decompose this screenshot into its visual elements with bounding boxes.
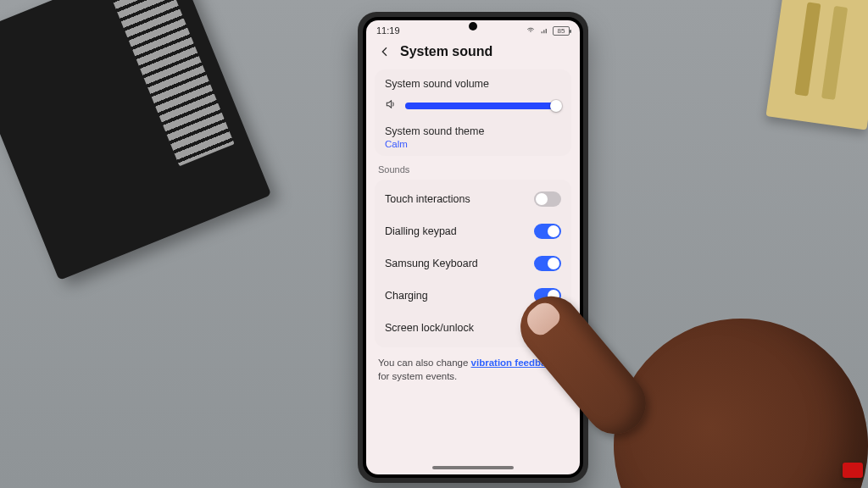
status-time: 11:19 xyxy=(376,25,400,36)
wooden-prop xyxy=(765,0,868,130)
toggle-switch[interactable] xyxy=(534,191,561,207)
row-label: Charging xyxy=(385,290,428,302)
row-label: Screen lock/unlock xyxy=(385,322,474,334)
theme-value: Calm xyxy=(385,139,561,149)
volume-slider-row xyxy=(385,98,561,114)
toggle-switch[interactable] xyxy=(534,288,561,303)
status-right-cluster: 85 xyxy=(526,26,570,36)
speaker-icon xyxy=(385,98,397,114)
toggle-switch[interactable] xyxy=(534,224,561,239)
slider-fill xyxy=(405,103,556,109)
phone-bezel: 11:19 85 System sound Syste xyxy=(363,17,583,478)
front-camera-hole xyxy=(469,22,477,30)
toggle-switch[interactable] xyxy=(534,256,561,271)
toggle-list: Touch interactions Dialling keypad Samsu… xyxy=(375,180,571,347)
toggle-row-dialling-keypad[interactable]: Dialling keypad xyxy=(375,215,571,247)
wifi-icon xyxy=(526,26,536,35)
page-title: System sound xyxy=(400,44,492,59)
footer-note: You can also change vibration feedback f… xyxy=(378,356,568,383)
phone-screen: 11:19 85 System sound Syste xyxy=(366,20,580,474)
toggle-row-charging[interactable]: Charging xyxy=(375,280,571,312)
battery-icon: 85 xyxy=(553,26,570,36)
toggle-row-samsung-keyboard[interactable]: Samsung Keyboard xyxy=(375,247,571,280)
theme-label: System sound theme xyxy=(385,125,561,137)
section-label-sounds: Sounds xyxy=(378,164,568,175)
toggle-row-screen-lock[interactable]: Screen lock/unlock xyxy=(375,312,571,344)
phone-device: 11:19 85 System sound Syste xyxy=(358,12,588,483)
row-label: Touch interactions xyxy=(385,193,470,205)
theme-row[interactable]: System sound theme Calm xyxy=(385,125,561,149)
row-label: Samsung Keyboard xyxy=(385,258,478,269)
home-handle[interactable] xyxy=(432,466,514,469)
toggle-row-touch-interactions[interactable]: Touch interactions xyxy=(375,183,571,215)
footer-pre: You can also change xyxy=(378,358,471,368)
volume-slider[interactable] xyxy=(405,98,561,114)
vibration-feedback-link[interactable]: vibration feedback xyxy=(471,358,558,368)
footer-post: for system events. xyxy=(378,371,457,381)
volume-label: System sound volume xyxy=(385,78,561,90)
toggle-switch[interactable] xyxy=(534,320,561,336)
slider-thumb[interactable] xyxy=(550,100,562,112)
row-label: Dialling keypad xyxy=(385,225,457,237)
back-button[interactable] xyxy=(378,45,392,58)
header: System sound xyxy=(366,37,580,68)
watermark xyxy=(843,463,863,478)
signal-icon xyxy=(539,26,549,35)
volume-panel: System sound volume System sound theme C… xyxy=(375,69,571,156)
